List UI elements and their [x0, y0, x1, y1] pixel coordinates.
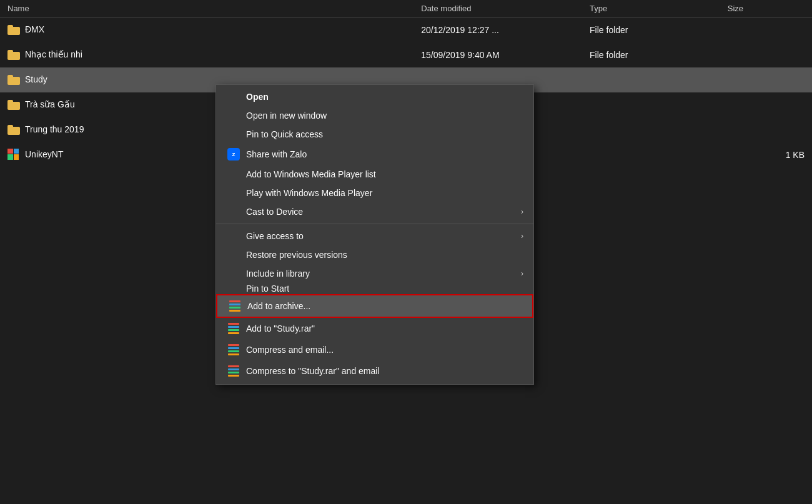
file-size-cell	[720, 17, 812, 42]
file-type-cell	[582, 92, 720, 117]
file-name-label: ĐMX	[25, 24, 44, 34]
context-menu-item-open[interactable]: Open	[216, 87, 533, 106]
item-label: Open	[246, 92, 523, 102]
col-size[interactable]: Size	[720, 0, 812, 17]
submenu-arrow-icon: ›	[521, 269, 523, 278]
item-label: Include in library	[246, 269, 521, 279]
folder-icon	[7, 100, 20, 110]
item-label: Add to "Study.rar"	[246, 324, 523, 334]
context-menu-item-add-study-rar[interactable]: Add to "Study.rar"	[216, 318, 533, 339]
item-label: Cast to Device	[246, 207, 521, 217]
folder-icon	[7, 75, 20, 85]
file-date-cell: 15/09/2019 9:40 AM	[413, 42, 582, 67]
file-type-cell: File folder	[582, 42, 720, 67]
file-name-label: Trà sữa Gấu	[25, 99, 75, 109]
context-menu-item-compress-email[interactable]: Compress and email...	[216, 339, 533, 360]
context-menu-item-play-wmp[interactable]: Play with Windows Media Player	[216, 184, 533, 202]
context-menu-item-open-new-window[interactable]: Open in new window	[216, 106, 533, 125]
col-type[interactable]: Type	[582, 0, 720, 17]
file-date-cell: 20/12/2019 12:27 ...	[413, 17, 582, 42]
context-menu-item-add-archive[interactable]: Add to archive...	[216, 294, 533, 318]
context-menu-item-cast-device[interactable]: Cast to Device›	[216, 202, 533, 221]
item-label: Pin to Quick access	[246, 129, 523, 139]
file-size-cell	[720, 42, 812, 67]
zalo-icon: Z	[226, 148, 241, 161]
context-menu-item-give-access[interactable]: Give access to›	[216, 227, 533, 245]
table-row[interactable]: ĐMX20/12/2019 12:27 ...File folder	[0, 17, 812, 42]
context-menu-item-share-zalo[interactable]: Z Share with Zalo	[216, 144, 533, 165]
file-size-cell: 1 KB	[720, 142, 812, 167]
item-label: Restore previous versions	[246, 250, 523, 260]
context-menu-item-add-wmp[interactable]: Add to Windows Media Player list	[216, 165, 533, 184]
file-size-cell	[720, 117, 812, 142]
file-size-cell	[720, 67, 812, 92]
item-label: Pin to Start	[246, 284, 523, 294]
col-date[interactable]: Date modified	[413, 0, 582, 17]
rar-icon	[227, 300, 242, 312]
file-name-cell: ĐMX	[0, 17, 413, 42]
item-label: Give access to	[246, 231, 521, 241]
item-label: Play with Windows Media Player	[246, 188, 523, 198]
context-menu-separator	[216, 224, 533, 224]
file-type-cell: File folder	[582, 17, 720, 42]
context-menu-item-compress-study-email[interactable]: Compress to "Study.rar" and email	[216, 360, 533, 382]
item-label: Compress to "Study.rar" and email	[246, 366, 523, 376]
file-type-cell	[582, 142, 720, 167]
file-type-cell	[582, 117, 720, 142]
item-label: Share with Zalo	[246, 149, 523, 159]
file-name-label: Study	[25, 74, 47, 84]
folder-icon	[7, 125, 20, 135]
submenu-arrow-icon: ›	[521, 207, 523, 216]
item-label: Add to archive...	[247, 301, 522, 311]
folder-icon	[7, 25, 20, 35]
file-name-cell: Nhạc thiếu nhi	[0, 42, 413, 67]
context-menu-item-pin-start[interactable]: Pin to Start	[216, 283, 533, 294]
table-row[interactable]: Nhạc thiếu nhi15/09/2019 9:40 AMFile fol…	[0, 42, 812, 67]
context-menu-item-pin-quick-access[interactable]: Pin to Quick access	[216, 125, 533, 144]
unikey-icon	[7, 149, 20, 161]
rar-icon	[226, 365, 241, 377]
rar-icon	[226, 322, 241, 335]
file-name-label: Nhạc thiếu nhi	[25, 49, 82, 59]
file-size-cell	[720, 92, 812, 117]
col-name[interactable]: Name	[0, 0, 413, 17]
item-label: Add to Windows Media Player list	[246, 169, 523, 179]
item-label: Open in new window	[246, 111, 523, 121]
rar-icon	[226, 343, 241, 356]
submenu-arrow-icon: ›	[521, 232, 523, 240]
file-name-label: UnikeyNT	[25, 149, 63, 159]
item-label: Compress and email...	[246, 345, 523, 355]
context-menu-item-restore-versions[interactable]: Restore previous versions	[216, 245, 533, 264]
context-menu-item-include-library[interactable]: Include in library›	[216, 264, 533, 283]
context-menu: OpenOpen in new windowPin to Quick acces…	[215, 84, 534, 385]
file-name-label: Trung thu 2019	[25, 124, 84, 134]
folder-icon	[7, 50, 20, 60]
file-type-cell	[582, 67, 720, 92]
